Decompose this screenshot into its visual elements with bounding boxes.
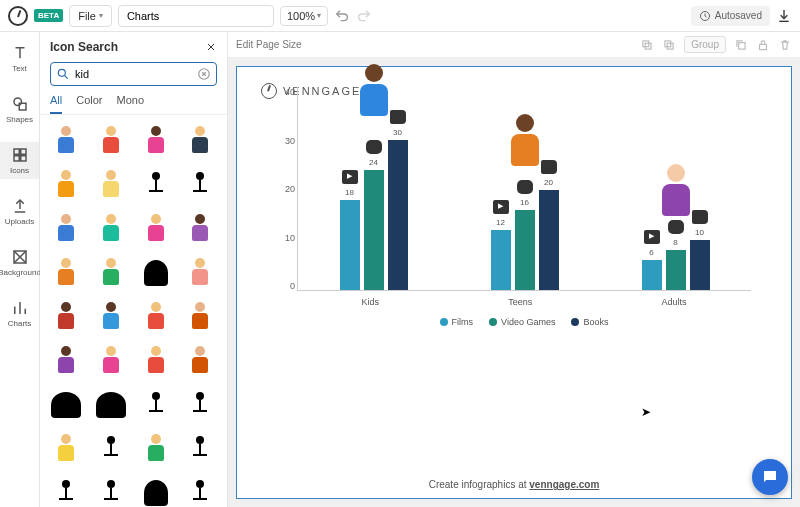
icon-result[interactable] <box>138 387 174 423</box>
icon-result[interactable] <box>93 431 129 467</box>
edit-page-size-button[interactable]: Edit Page Size <box>236 39 302 50</box>
redo-icon[interactable] <box>356 8 372 24</box>
bar[interactable]: 8 <box>666 250 686 290</box>
icon-result[interactable] <box>93 475 129 507</box>
download-icon[interactable] <box>776 8 792 24</box>
lock-icon[interactable] <box>756 38 770 52</box>
chevron-down-icon: ▾ <box>317 11 321 20</box>
rail-text[interactable]: Text <box>0 40 39 77</box>
file-label: File <box>78 10 96 22</box>
icon-result[interactable] <box>138 167 174 203</box>
top-toolbar: BETA File▾ 100%▾ Autosaved <box>0 0 800 32</box>
icon-result[interactable] <box>182 167 218 203</box>
bar-value: 8 <box>666 238 686 247</box>
icon-result[interactable] <box>93 343 129 379</box>
footer-link[interactable]: venngage.com <box>529 479 599 490</box>
icon-result[interactable] <box>182 123 218 159</box>
bar-value: 24 <box>364 158 384 167</box>
icon-result[interactable] <box>48 475 84 507</box>
bring-forward-icon[interactable] <box>640 38 654 52</box>
bar[interactable]: 24 <box>364 170 384 290</box>
bar-value: 6 <box>642 248 662 257</box>
bar[interactable]: 20 <box>539 190 559 290</box>
icon-result[interactable] <box>93 167 129 203</box>
bar-icon <box>644 230 660 244</box>
icon-result[interactable] <box>48 387 84 423</box>
icon-result[interactable] <box>182 431 218 467</box>
x-label: Kids <box>362 297 380 307</box>
close-icon[interactable] <box>205 41 217 53</box>
tab-all[interactable]: All <box>50 94 62 114</box>
bar-value: 12 <box>491 218 511 227</box>
bar[interactable]: 18 <box>340 200 360 290</box>
trash-icon[interactable] <box>778 38 792 52</box>
icon-result[interactable] <box>138 211 174 247</box>
copy-icon[interactable] <box>734 38 748 52</box>
icon-result[interactable] <box>93 299 129 335</box>
rail-charts[interactable]: Charts <box>0 295 39 332</box>
y-tick: 30 <box>285 136 295 146</box>
svg-rect-12 <box>667 43 673 49</box>
icon-result[interactable] <box>138 123 174 159</box>
bar[interactable]: 6 <box>642 260 662 290</box>
icon-result[interactable] <box>182 255 218 291</box>
bar-value: 18 <box>340 188 360 197</box>
icon-result[interactable] <box>182 475 218 507</box>
bar[interactable]: 10 <box>690 240 710 290</box>
icon-results-grid <box>40 115 227 507</box>
doc-name-field[interactable] <box>118 5 274 27</box>
help-chat-button[interactable] <box>752 459 788 495</box>
icon-result[interactable] <box>93 211 129 247</box>
undo-icon[interactable] <box>334 8 350 24</box>
icon-result[interactable] <box>93 255 129 291</box>
icon-search-panel: Icon Search All Color Mono <box>40 32 228 507</box>
icon-result[interactable] <box>48 343 84 379</box>
svg-rect-3 <box>14 149 19 154</box>
icon-result[interactable] <box>48 167 84 203</box>
rail-label: Shapes <box>6 115 33 124</box>
icon-result[interactable] <box>138 431 174 467</box>
autosaved-status: Autosaved <box>691 6 770 26</box>
clear-icon[interactable] <box>197 67 211 81</box>
icon-result[interactable] <box>138 299 174 335</box>
rail-uploads[interactable]: Uploads <box>0 193 39 230</box>
category-avatar <box>354 64 394 120</box>
rail-icons[interactable]: Icons <box>0 142 39 179</box>
icon-result[interactable] <box>48 299 84 335</box>
icon-result[interactable] <box>48 123 84 159</box>
icon-result[interactable] <box>182 299 218 335</box>
icon-result[interactable] <box>182 211 218 247</box>
icon-result[interactable] <box>93 123 129 159</box>
bar[interactable]: 30 <box>388 140 408 290</box>
icon-result[interactable] <box>138 475 174 507</box>
icon-result[interactable] <box>138 343 174 379</box>
rail-background[interactable]: Background <box>0 244 39 281</box>
brand-logo-icon <box>261 83 277 99</box>
icon-result[interactable] <box>93 387 129 423</box>
icon-result[interactable] <box>48 255 84 291</box>
send-backward-icon[interactable] <box>662 38 676 52</box>
bar-chart[interactable]: 4030201001824301216206810KidsTeensAdults… <box>297 87 751 327</box>
icon-result[interactable] <box>48 211 84 247</box>
icon-result[interactable] <box>182 343 218 379</box>
icon-result[interactable] <box>182 387 218 423</box>
design-canvas[interactable]: VENNGAGE 4030201001824301216206810KidsTe… <box>236 66 792 499</box>
icon-search-input[interactable] <box>50 62 217 86</box>
bar[interactable]: 12 <box>491 230 511 290</box>
x-axis: KidsTeensAdults <box>297 297 751 307</box>
group-button[interactable]: Group <box>684 36 726 53</box>
panel-title: Icon Search <box>50 40 118 54</box>
icon-result[interactable] <box>138 255 174 291</box>
legend-item: Films <box>440 317 474 327</box>
file-menu[interactable]: File▾ <box>69 5 112 27</box>
category-avatar <box>656 164 696 220</box>
svg-rect-4 <box>20 149 25 154</box>
tab-color[interactable]: Color <box>76 94 102 114</box>
zoom-dropdown[interactable]: 100%▾ <box>280 6 328 26</box>
zoom-value: 100% <box>287 10 315 22</box>
icon-result[interactable] <box>48 431 84 467</box>
bar[interactable]: 16 <box>515 210 535 290</box>
y-tick: 40 <box>285 87 295 97</box>
tab-mono[interactable]: Mono <box>117 94 145 114</box>
rail-shapes[interactable]: Shapes <box>0 91 39 128</box>
